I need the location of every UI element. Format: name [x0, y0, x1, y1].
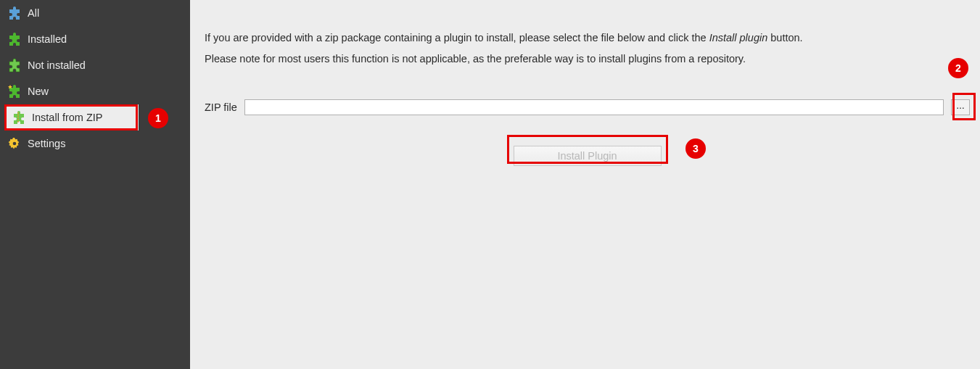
sidebar-item-installed[interactable]: Installed [0, 26, 190, 52]
puzzle-installed-icon [7, 32, 22, 46]
sidebar-item-all[interactable]: All [0, 0, 190, 26]
zip-file-label: ZIP file [205, 101, 237, 113]
browse-button[interactable]: … [951, 99, 970, 115]
instruction-text-tail: button. [767, 32, 802, 43]
instruction-line-2: Please note for most users this function… [205, 50, 970, 68]
puzzle-not-installed-icon [7, 58, 22, 72]
instruction-line-1: If you are provided with a zip package c… [205, 29, 970, 47]
svg-point-1 [13, 142, 17, 146]
sidebar: All Installed Not installed New Instal [0, 0, 190, 369]
zip-file-input[interactable] [244, 99, 944, 115]
instruction-text: If you are provided with a zip package c… [205, 32, 709, 43]
install-plugin-button[interactable]: Install Plugin [514, 146, 662, 166]
sidebar-item-not-installed[interactable]: Not installed [0, 52, 190, 78]
main-panel: If you are provided with a zip package c… [190, 0, 980, 369]
sidebar-item-new[interactable]: New [0, 78, 190, 104]
instruction-emph: Install plugin [709, 32, 768, 43]
sidebar-item-install-from-zip[interactable]: Install from ZIP [4, 104, 139, 130]
sidebar-item-label: Not installed [28, 59, 86, 71]
sidebar-item-label: Settings [28, 138, 65, 149]
puzzle-new-icon [7, 84, 22, 99]
sidebar-item-label: New [28, 86, 49, 97]
puzzle-all-icon [7, 6, 22, 20]
sidebar-item-label: All [28, 7, 39, 19]
gear-icon [7, 136, 22, 151]
sidebar-item-settings[interactable]: Settings [0, 130, 190, 157]
sidebar-item-label: Install from ZIP [32, 112, 103, 123]
annotation-badge-1: 1 [148, 108, 168, 128]
puzzle-zip-icon [12, 110, 26, 125]
zip-file-row: ZIP file … [205, 99, 970, 115]
install-row: Install Plugin [205, 146, 970, 166]
sidebar-item-label: Installed [28, 33, 67, 45]
